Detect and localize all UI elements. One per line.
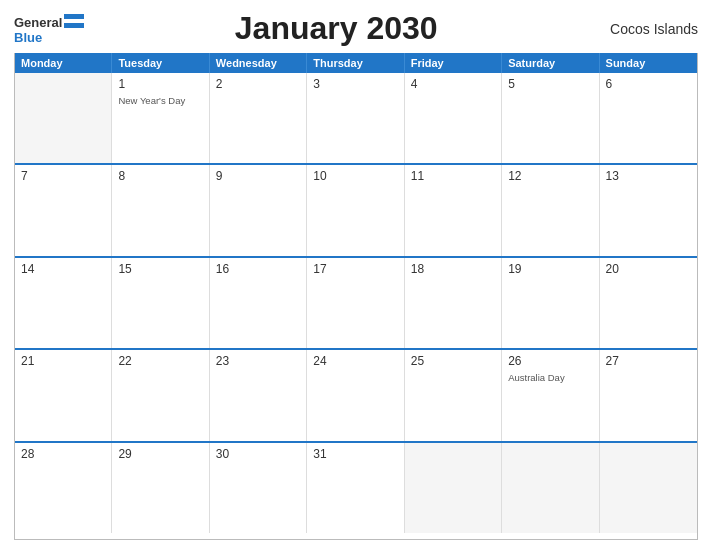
day-number: 18 (411, 262, 495, 276)
day-number: 29 (118, 447, 202, 461)
day-cell: 31 (307, 443, 404, 533)
day-cell: 3 (307, 73, 404, 163)
day-number: 25 (411, 354, 495, 368)
day-cell: 13 (600, 165, 697, 255)
day-number: 3 (313, 77, 397, 91)
week-row-5: 28293031 (15, 441, 697, 533)
day-number: 31 (313, 447, 397, 461)
day-number: 4 (411, 77, 495, 91)
day-number: 5 (508, 77, 592, 91)
logo-flag-icon (64, 14, 84, 28)
day-number: 13 (606, 169, 691, 183)
header-monday: Monday (15, 53, 112, 73)
day-cell (600, 443, 697, 533)
header-wednesday: Wednesday (210, 53, 307, 73)
day-cell: 4 (405, 73, 502, 163)
day-cell: 18 (405, 258, 502, 348)
day-cell: 8 (112, 165, 209, 255)
day-number: 15 (118, 262, 202, 276)
day-number: 7 (21, 169, 105, 183)
day-number: 20 (606, 262, 691, 276)
day-cell: 16 (210, 258, 307, 348)
calendar-page: General Blue January 2030 Cocos Islands … (0, 0, 712, 550)
day-number: 16 (216, 262, 300, 276)
header-friday: Friday (405, 53, 502, 73)
header-thursday: Thursday (307, 53, 404, 73)
day-cell: 20 (600, 258, 697, 348)
day-cell: 25 (405, 350, 502, 440)
day-number: 17 (313, 262, 397, 276)
day-number: 6 (606, 77, 691, 91)
day-cell: 5 (502, 73, 599, 163)
holiday-label: Australia Day (508, 372, 565, 383)
calendar-grid: Monday Tuesday Wednesday Thursday Friday… (14, 53, 698, 540)
day-cell: 27 (600, 350, 697, 440)
svg-rect-1 (64, 19, 84, 23)
day-number: 1 (118, 77, 202, 91)
day-number: 26 (508, 354, 592, 368)
day-cell: 17 (307, 258, 404, 348)
day-cell: 10 (307, 165, 404, 255)
day-cell: 30 (210, 443, 307, 533)
day-number: 23 (216, 354, 300, 368)
day-cell: 2 (210, 73, 307, 163)
day-cell: 12 (502, 165, 599, 255)
day-number: 14 (21, 262, 105, 276)
header-saturday: Saturday (502, 53, 599, 73)
day-number: 21 (21, 354, 105, 368)
day-number: 8 (118, 169, 202, 183)
day-number: 2 (216, 77, 300, 91)
day-cell: 14 (15, 258, 112, 348)
day-number: 24 (313, 354, 397, 368)
day-number: 11 (411, 169, 495, 183)
day-cell: 28 (15, 443, 112, 533)
day-cell: 26Australia Day (502, 350, 599, 440)
day-number: 12 (508, 169, 592, 183)
week-row-4: 212223242526Australia Day27 (15, 348, 697, 440)
day-cell: 7 (15, 165, 112, 255)
week-row-3: 14151617181920 (15, 256, 697, 348)
header-tuesday: Tuesday (112, 53, 209, 73)
region-label: Cocos Islands (588, 21, 698, 37)
day-number: 9 (216, 169, 300, 183)
day-cell: 9 (210, 165, 307, 255)
week-row-2: 78910111213 (15, 163, 697, 255)
svg-rect-2 (64, 23, 84, 28)
calendar-title: January 2030 (84, 10, 588, 47)
logo: General Blue (14, 14, 84, 44)
day-cell: 29 (112, 443, 209, 533)
header: General Blue January 2030 Cocos Islands (14, 10, 698, 47)
svg-rect-0 (64, 14, 84, 19)
day-cell: 6 (600, 73, 697, 163)
day-number: 28 (21, 447, 105, 461)
day-number: 10 (313, 169, 397, 183)
day-cell (502, 443, 599, 533)
day-cell: 15 (112, 258, 209, 348)
day-number: 27 (606, 354, 691, 368)
logo-general-text: General (14, 16, 62, 29)
day-number: 19 (508, 262, 592, 276)
day-cell: 23 (210, 350, 307, 440)
day-cell: 22 (112, 350, 209, 440)
day-cell: 24 (307, 350, 404, 440)
day-cell: 19 (502, 258, 599, 348)
holiday-label: New Year's Day (118, 95, 185, 106)
weeks-container: 1New Year's Day2345678910111213141516171… (15, 73, 697, 533)
day-headers-row: Monday Tuesday Wednesday Thursday Friday… (15, 53, 697, 73)
day-number: 22 (118, 354, 202, 368)
week-row-1: 1New Year's Day23456 (15, 73, 697, 163)
day-cell: 11 (405, 165, 502, 255)
day-number: 30 (216, 447, 300, 461)
day-cell (405, 443, 502, 533)
logo-blue-text: Blue (14, 31, 84, 44)
day-cell: 21 (15, 350, 112, 440)
day-cell (15, 73, 112, 163)
header-sunday: Sunday (600, 53, 697, 73)
day-cell: 1New Year's Day (112, 73, 209, 163)
